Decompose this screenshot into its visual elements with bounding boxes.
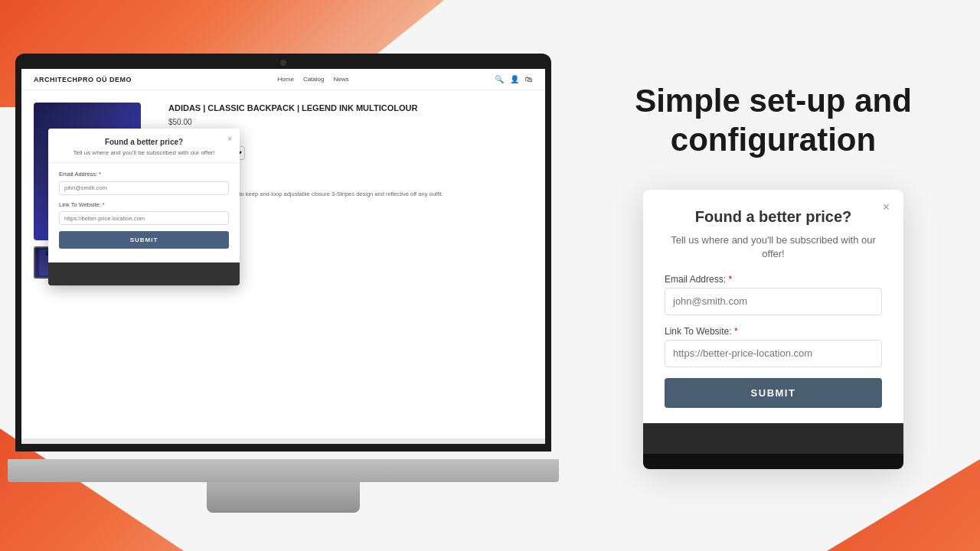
search-icon[interactable]: 🔍	[495, 75, 504, 83]
big-popup-footer	[643, 423, 903, 469]
laptop-submit-button[interactable]: SUBMIT	[59, 231, 229, 249]
laptop-modal-body: Email Address: * Link To Website: * SUBM…	[48, 163, 240, 262]
laptop-modal-footer	[48, 262, 240, 285]
product-price: $50.00	[168, 118, 533, 126]
big-email-label: Email Address: *	[665, 274, 882, 285]
laptop-link-label: Link To Website: *	[59, 201, 229, 208]
big-email-input[interactable]	[665, 288, 882, 315]
big-submit-button[interactable]: SUBMIT	[665, 378, 882, 408]
laptop-section: ARCHITECHPRO OÜ DEMO Home Catalog News 🔍…	[0, 0, 567, 551]
laptop-email-label: Email Address: *	[59, 171, 229, 178]
right-heading: Simple set-up and configuration	[635, 82, 912, 159]
laptop-screen-outer: ARCHITECHPRO OÜ DEMO Home Catalog News 🔍…	[15, 54, 551, 452]
footer-wave-decoration	[48, 262, 240, 285]
big-popup-title: Found a better price?	[665, 208, 882, 226]
nav-home[interactable]: Home	[278, 76, 294, 83]
laptop-base	[8, 459, 559, 482]
laptop-link-input[interactable]	[59, 211, 229, 225]
nav-catalog[interactable]: Catalog	[303, 76, 325, 83]
laptop-screen: ARCHITECHPRO OÜ DEMO Home Catalog News 🔍…	[21, 69, 545, 444]
nav-icons: 🔍 👤 🛍	[495, 75, 533, 83]
big-popup-close-button[interactable]: ×	[883, 201, 890, 214]
laptop-stand	[207, 482, 360, 513]
laptop-modal-popup: Found a better price? Tell us where and …	[48, 129, 240, 285]
product-title: ADIDAS | CLASSIC BACKPACK | LEGEND INK M…	[168, 103, 533, 113]
laptop-camera	[280, 60, 286, 66]
cart-icon[interactable]: 🛍	[525, 75, 533, 83]
big-popup-card: × Found a better price? Tell us where an…	[643, 190, 903, 468]
product-page: adidas ADIDAS | C	[21, 90, 545, 439]
nav-news[interactable]: News	[333, 76, 348, 83]
site-navigation: ARCHITECHPRO OÜ DEMO Home Catalog News 🔍…	[21, 69, 545, 90]
right-section: Simple set-up and configuration × Found …	[567, 0, 980, 551]
site-logo: ARCHITECHPRO OÜ DEMO	[34, 76, 132, 83]
laptop-modal-title: Found a better price?	[59, 138, 229, 146]
big-popup-body: Email Address: * Link To Website: * SUBM…	[643, 274, 903, 423]
laptop-email-input[interactable]	[59, 181, 229, 195]
big-footer-wave-decoration	[643, 423, 903, 454]
big-popup-header: Found a better price? Tell us where and …	[643, 190, 903, 273]
big-link-label: Link To Website: *	[665, 326, 882, 337]
big-link-input[interactable]	[665, 340, 882, 367]
user-icon[interactable]: 👤	[510, 75, 519, 83]
nav-links: Home Catalog News	[278, 76, 349, 83]
laptop-modal-subtitle: Tell us where and you'll be subscribed w…	[59, 149, 229, 156]
laptop-modal-header: Found a better price? Tell us where and …	[48, 129, 240, 163]
big-popup-subtitle: Tell us where and you'll be subscribed w…	[665, 233, 882, 261]
laptop-mockup: ARCHITECHPRO OÜ DEMO Home Catalog News 🔍…	[8, 54, 559, 513]
laptop-modal-close-button[interactable]: ×	[227, 135, 232, 143]
